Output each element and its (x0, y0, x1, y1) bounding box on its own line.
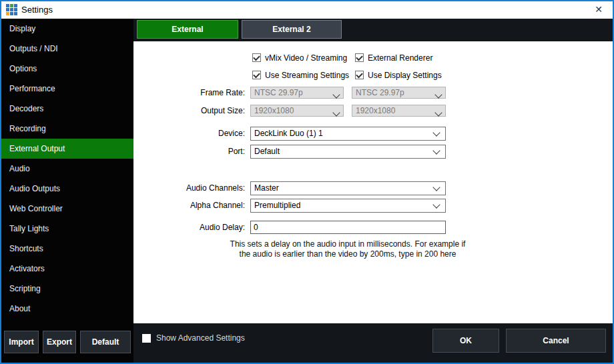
cancel-button[interactable]: Cancel (506, 329, 606, 353)
ok-button[interactable]: OK (432, 329, 499, 353)
device-select[interactable]: DeckLink Duo (1) 1 (250, 127, 446, 141)
audio-delay-help-text: This sets a delay on the audio input in … (224, 239, 472, 259)
sidebar: Display Outputs / NDI Options Performanc… (1, 19, 133, 363)
check-icon (253, 71, 260, 79)
sidebar-item-performance[interactable]: Performance (1, 79, 133, 99)
window-title: Settings (21, 1, 53, 19)
title-bar: Settings ✕ (1, 1, 613, 19)
external-output-panel: vMix Video / Streaming External Renderer… (133, 41, 613, 323)
chevron-down-icon (432, 147, 440, 154)
use-display-settings-label: Use Display Settings (368, 71, 442, 80)
frame-rate-label: Frame Rate: (135, 87, 245, 99)
footer-bar: Show Advanced Settings OK Cancel (133, 323, 613, 363)
import-button[interactable]: Import (4, 331, 39, 353)
audio-delay-label: Audio Delay: (135, 221, 245, 234)
sidebar-item-options[interactable]: Options (1, 59, 133, 79)
show-advanced-settings-checkbox[interactable] (142, 334, 151, 343)
check-icon (253, 54, 260, 61)
alpha-channel-select[interactable]: Premultiplied (250, 199, 446, 213)
alpha-channel-value: Premultiplied (254, 201, 300, 210)
device-label: Device: (135, 127, 245, 141)
sidebar-item-recording[interactable]: Recording (1, 119, 133, 139)
sidebar-item-tally-lights[interactable]: Tally Lights (1, 219, 133, 239)
sidebar-item-audio-outputs[interactable]: Audio Outputs (1, 179, 133, 199)
vmix-video-streaming-checkbox[interactable] (252, 53, 261, 62)
port-select[interactable]: Default (250, 145, 446, 159)
vmix-logo-icon (6, 4, 18, 16)
default-button[interactable]: Default (80, 331, 131, 353)
tab-external-2[interactable]: External 2 (242, 20, 342, 39)
check-icon (356, 71, 363, 79)
sidebar-item-outputs-ndi[interactable]: Outputs / NDI (1, 39, 133, 59)
external-renderer-label: External Renderer (368, 53, 432, 63)
audio-channels-value: Master (254, 183, 279, 193)
tab-external[interactable]: External (137, 20, 238, 39)
settings-window: Settings ✕ Display Outputs / NDI Options… (0, 0, 614, 364)
port-value: Default (254, 147, 280, 156)
sidebar-item-decoders[interactable]: Decoders (1, 99, 133, 119)
audio-delay-input[interactable] (250, 221, 446, 234)
port-label: Port: (135, 145, 245, 159)
tab-strip: External External 2 (133, 19, 613, 41)
alpha-channel-label: Alpha Channel: (135, 199, 245, 213)
sidebar-item-web-controller[interactable]: Web Controller (1, 199, 133, 219)
frame-rate-select-left[interactable]: NTSC 29.97p (250, 87, 344, 99)
chevron-down-icon (432, 201, 440, 208)
frame-rate-select-right[interactable]: NTSC 29.97p (352, 87, 446, 99)
sidebar-item-audio[interactable]: Audio (1, 159, 133, 179)
audio-channels-label: Audio Channels: (135, 181, 245, 195)
output-size-select-right[interactable]: 1920x1080 (352, 105, 446, 117)
sidebar-item-display[interactable]: Display (1, 19, 133, 39)
use-streaming-settings-label: Use Streaming Settings (265, 71, 349, 80)
output-size-label: Output Size: (135, 105, 245, 117)
sidebar-item-external-output[interactable]: External Output (1, 139, 133, 159)
show-advanced-settings-label: Show Advanced Settings (156, 334, 245, 343)
sidebar-item-activators[interactable]: Activators (1, 259, 133, 279)
vmix-video-streaming-label: vMix Video / Streaming (265, 53, 347, 63)
close-icon[interactable]: ✕ (589, 1, 609, 19)
sidebar-item-scripting[interactable]: Scripting (1, 279, 133, 299)
audio-channels-select[interactable]: Master (250, 181, 446, 195)
chevron-down-icon (432, 183, 440, 191)
sidebar-item-about[interactable]: About (1, 299, 133, 319)
check-icon (356, 54, 363, 61)
use-display-settings-checkbox[interactable] (355, 71, 364, 79)
chevron-down-icon (432, 129, 440, 136)
export-button[interactable]: Export (43, 331, 76, 353)
use-streaming-settings-checkbox[interactable] (252, 71, 261, 79)
sidebar-item-shortcuts[interactable]: Shortcuts (1, 239, 133, 259)
external-renderer-checkbox[interactable] (355, 53, 364, 62)
device-value: DeckLink Duo (1) 1 (254, 129, 323, 138)
output-size-select-left[interactable]: 1920x1080 (250, 105, 344, 117)
